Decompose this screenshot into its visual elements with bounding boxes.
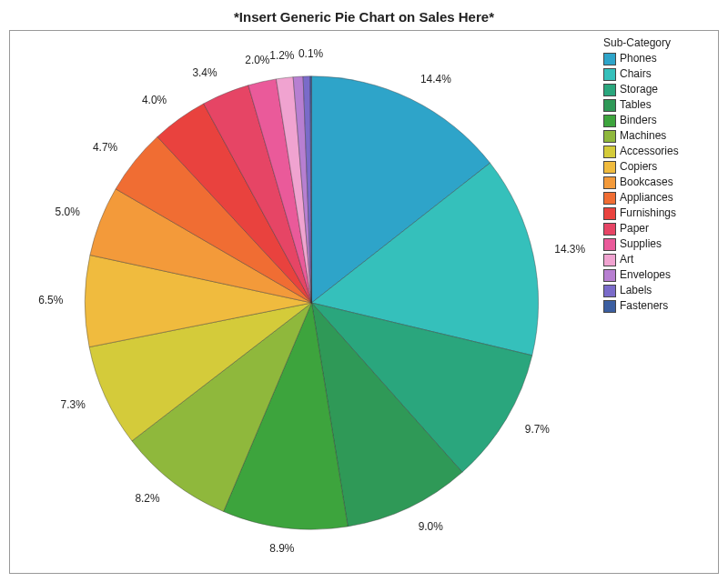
legend-item-fasteners: Fasteners	[603, 298, 713, 314]
legend-swatch	[603, 146, 616, 158]
slice-label: 14.4%	[420, 73, 451, 85]
legend-label: Envelopes	[620, 267, 671, 283]
legend-label: Fasteners	[620, 298, 668, 314]
legend-label: Binders	[620, 113, 657, 128]
legend-item-binders: Binders	[603, 113, 713, 128]
slice-label: 4.7%	[93, 141, 118, 154]
legend-title: Sub-Category	[603, 36, 713, 49]
legend-item-phones: Phones	[603, 51, 713, 66]
legend-swatch	[603, 161, 616, 174]
legend-item-furnishings: Furnishings	[603, 206, 713, 221]
legend-item-machines: Machines	[603, 128, 713, 144]
legend-swatch	[603, 238, 616, 251]
legend-swatch	[603, 176, 616, 189]
legend-label: Tables	[620, 97, 652, 113]
legend-label: Art	[620, 252, 633, 267]
legend-swatch	[603, 99, 616, 112]
slice-label: 8.9%	[269, 542, 295, 555]
legend-item-supplies: Supplies	[603, 236, 713, 252]
legend-swatch	[603, 115, 616, 127]
legend-item-bookcases: Bookcases	[603, 175, 713, 190]
legend-swatch	[603, 130, 616, 143]
legend-label: Storage	[620, 82, 658, 97]
legend-swatch	[603, 68, 616, 81]
legend-label: Accessories	[620, 144, 679, 159]
legend-item-copiers: Copiers	[603, 159, 713, 175]
legend-item-tables: Tables	[603, 97, 713, 113]
slice-label: 14.3%	[554, 243, 585, 256]
legend-label: Phones	[620, 51, 657, 66]
legend-swatch	[603, 269, 616, 282]
legend-item-labels: Labels	[603, 283, 713, 298]
slice-label: 4.0%	[142, 94, 167, 106]
legend-label: Paper	[620, 221, 649, 236]
slice-label: 9.7%	[525, 423, 551, 436]
slice-label: 0.1%	[298, 47, 324, 60]
legend-item-envelopes: Envelopes	[603, 267, 713, 283]
legend-label: Bookcases	[620, 175, 673, 190]
legend-item-appliances: Appliances	[603, 190, 713, 206]
slice-label: 6.5%	[38, 294, 64, 306]
legend-swatch	[603, 207, 616, 220]
legend-swatch	[603, 53, 616, 65]
pie-chart: 14.4%14.3%9.7%9.0%8.9%8.2%7.3%6.5%5.0%4.…	[10, 31, 595, 573]
legend-swatch	[603, 84, 616, 96]
slice-label: 7.3%	[61, 398, 86, 411]
legend-swatch	[603, 300, 616, 313]
slice-label: 2.0%	[245, 54, 270, 66]
legend-swatch	[603, 192, 616, 205]
legend-label: Copiers	[620, 159, 657, 175]
slice-label: 8.2%	[135, 492, 160, 505]
legend-swatch	[603, 254, 616, 266]
legend-swatch	[603, 285, 616, 297]
legend-item-storage: Storage	[603, 82, 713, 97]
legend-label: Machines	[620, 128, 666, 144]
slice-label: 9.0%	[419, 520, 444, 533]
chart-title: *Insert Generic Pie Chart on Sales Here*	[0, 0, 728, 30]
legend-label: Appliances	[620, 190, 673, 206]
legend-label: Furnishings	[620, 206, 676, 221]
legend-label: Labels	[620, 283, 652, 298]
slice-label: 3.4%	[192, 66, 217, 79]
slice-label: 1.2%	[269, 49, 295, 62]
legend-swatch	[603, 223, 616, 236]
legend-item-accessories: Accessories	[603, 144, 713, 159]
chart-frame: 14.4%14.3%9.7%9.0%8.9%8.2%7.3%6.5%5.0%4.…	[9, 30, 719, 574]
legend-label: Supplies	[620, 236, 662, 252]
legend-item-chairs: Chairs	[603, 66, 713, 82]
slice-label: 5.0%	[56, 206, 81, 218]
legend-item-art: Art	[603, 252, 713, 267]
legend-label: Chairs	[620, 66, 652, 82]
legend-item-paper: Paper	[603, 221, 713, 236]
legend: Sub-Category PhonesChairsStorageTablesBi…	[603, 36, 713, 314]
